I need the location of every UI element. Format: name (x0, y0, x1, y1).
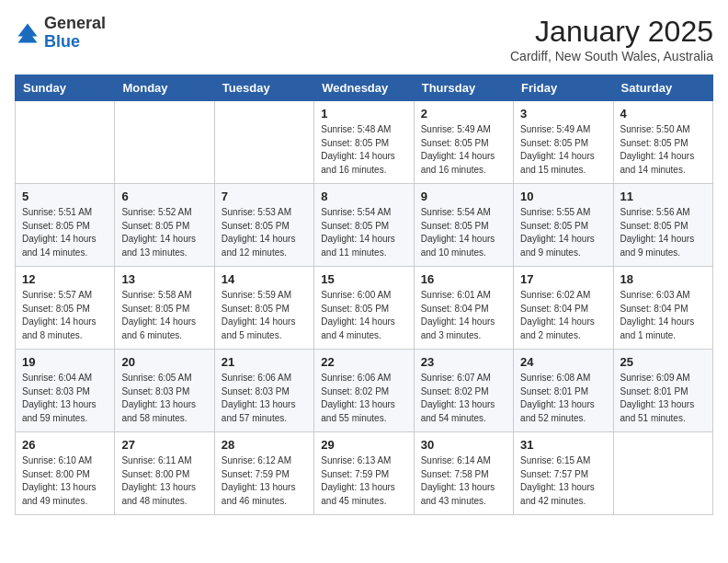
day-info: Sunrise: 6:13 AM Sunset: 7:59 PM Dayligh… (321, 454, 406, 508)
day-info: Sunrise: 6:14 AM Sunset: 7:58 PM Dayligh… (421, 454, 506, 508)
day-info: Sunrise: 5:48 AM Sunset: 8:05 PM Dayligh… (321, 123, 406, 177)
week-row-2: 5Sunrise: 5:51 AM Sunset: 8:05 PM Daylig… (16, 184, 713, 267)
weekday-header-thursday: Thursday (414, 75, 513, 101)
day-number: 2 (421, 107, 506, 121)
week-row-3: 12Sunrise: 5:57 AM Sunset: 8:05 PM Dayli… (16, 267, 713, 350)
day-info: Sunrise: 6:00 AM Sunset: 8:05 PM Dayligh… (321, 289, 406, 342)
day-number: 25 (620, 355, 706, 369)
calendar-cell: 4Sunrise: 5:50 AM Sunset: 8:05 PM Daylig… (613, 101, 712, 184)
day-number: 16 (421, 272, 506, 286)
calendar-cell: 22Sunrise: 6:06 AM Sunset: 8:02 PM Dayli… (314, 350, 414, 432)
title-block: January 2025 Cardiff, New South Wales, A… (510, 15, 713, 63)
logo: General Blue (15, 15, 106, 52)
day-number: 9 (421, 190, 506, 203)
day-info: Sunrise: 5:54 AM Sunset: 8:05 PM Dayligh… (321, 206, 406, 259)
calendar-cell: 18Sunrise: 6:03 AM Sunset: 8:04 PM Dayli… (613, 267, 712, 350)
calendar-cell: 15Sunrise: 6:00 AM Sunset: 8:05 PM Dayli… (314, 267, 414, 350)
day-info: Sunrise: 5:51 AM Sunset: 8:05 PM Dayligh… (22, 206, 108, 259)
day-info: Sunrise: 6:11 AM Sunset: 8:00 PM Dayligh… (121, 454, 207, 508)
day-info: Sunrise: 5:53 AM Sunset: 8:05 PM Dayligh… (222, 206, 307, 259)
calendar-cell: 31Sunrise: 6:15 AM Sunset: 7:57 PM Dayli… (514, 432, 613, 515)
page-header: General Blue January 2025 Cardiff, New S… (15, 15, 713, 63)
day-number: 22 (321, 355, 406, 369)
day-info: Sunrise: 5:58 AM Sunset: 8:05 PM Dayligh… (121, 289, 207, 342)
day-number: 23 (421, 355, 506, 369)
calendar-cell: 8Sunrise: 5:54 AM Sunset: 8:05 PM Daylig… (314, 184, 414, 267)
week-row-5: 26Sunrise: 6:10 AM Sunset: 8:00 PM Dayli… (16, 432, 713, 515)
day-info: Sunrise: 5:55 AM Sunset: 8:05 PM Dayligh… (520, 206, 606, 259)
calendar-cell: 17Sunrise: 6:02 AM Sunset: 8:04 PM Dayli… (514, 267, 613, 350)
day-number: 4 (620, 107, 706, 121)
logo-blue: Blue (44, 32, 80, 51)
day-number: 7 (222, 190, 307, 203)
calendar-cell: 29Sunrise: 6:13 AM Sunset: 7:59 PM Dayli… (314, 432, 414, 515)
day-info: Sunrise: 6:08 AM Sunset: 8:01 PM Dayligh… (520, 372, 606, 425)
day-number: 29 (321, 438, 406, 452)
calendar-cell: 10Sunrise: 5:55 AM Sunset: 8:05 PM Dayli… (514, 184, 613, 267)
day-number: 10 (520, 190, 606, 203)
day-number: 8 (321, 190, 406, 203)
calendar-cell (16, 101, 115, 184)
day-number: 28 (222, 438, 307, 452)
weekday-header-row: SundayMondayTuesdayWednesdayThursdayFrid… (16, 75, 713, 101)
day-info: Sunrise: 6:10 AM Sunset: 8:00 PM Dayligh… (22, 454, 108, 508)
day-info: Sunrise: 5:52 AM Sunset: 8:05 PM Dayligh… (121, 206, 207, 259)
weekday-header-tuesday: Tuesday (214, 75, 313, 101)
day-info: Sunrise: 6:05 AM Sunset: 8:03 PM Dayligh… (121, 372, 207, 425)
calendar-cell: 30Sunrise: 6:14 AM Sunset: 7:58 PM Dayli… (414, 432, 513, 515)
day-info: Sunrise: 6:15 AM Sunset: 7:57 PM Dayligh… (520, 454, 606, 508)
calendar-cell: 20Sunrise: 6:05 AM Sunset: 8:03 PM Dayli… (115, 350, 214, 432)
day-info: Sunrise: 6:03 AM Sunset: 8:04 PM Dayligh… (620, 289, 706, 342)
day-number: 3 (520, 107, 606, 121)
logo-general: General (44, 14, 106, 32)
calendar-cell: 28Sunrise: 6:12 AM Sunset: 7:59 PM Dayli… (214, 432, 313, 515)
day-info: Sunrise: 5:49 AM Sunset: 8:05 PM Dayligh… (520, 123, 606, 177)
day-info: Sunrise: 5:54 AM Sunset: 8:05 PM Dayligh… (421, 206, 506, 259)
calendar-cell: 7Sunrise: 5:53 AM Sunset: 8:05 PM Daylig… (214, 184, 313, 267)
weekday-header-saturday: Saturday (613, 75, 712, 101)
day-number: 1 (321, 107, 406, 121)
calendar-cell: 5Sunrise: 5:51 AM Sunset: 8:05 PM Daylig… (16, 184, 115, 267)
day-info: Sunrise: 5:50 AM Sunset: 8:05 PM Dayligh… (620, 123, 706, 177)
calendar-table: SundayMondayTuesdayWednesdayThursdayFrid… (15, 75, 713, 515)
day-number: 11 (620, 190, 706, 203)
calendar-cell: 13Sunrise: 5:58 AM Sunset: 8:05 PM Dayli… (115, 267, 214, 350)
day-info: Sunrise: 6:01 AM Sunset: 8:04 PM Dayligh… (421, 289, 506, 342)
day-number: 13 (121, 272, 207, 286)
day-info: Sunrise: 5:57 AM Sunset: 8:05 PM Dayligh… (22, 289, 108, 342)
day-info: Sunrise: 5:56 AM Sunset: 8:05 PM Dayligh… (620, 206, 706, 259)
weekday-header-monday: Monday (115, 75, 214, 101)
day-number: 14 (222, 272, 307, 286)
weekday-header-friday: Friday (514, 75, 613, 101)
day-info: Sunrise: 6:04 AM Sunset: 8:03 PM Dayligh… (22, 372, 108, 425)
calendar-cell (115, 101, 214, 184)
day-number: 21 (222, 355, 307, 369)
calendar-cell: 27Sunrise: 6:11 AM Sunset: 8:00 PM Dayli… (115, 432, 214, 515)
location: Cardiff, New South Wales, Australia (510, 49, 713, 63)
calendar-cell: 21Sunrise: 6:06 AM Sunset: 8:03 PM Dayli… (214, 350, 313, 432)
calendar-cell: 25Sunrise: 6:09 AM Sunset: 8:01 PM Dayli… (613, 350, 712, 432)
svg-marker-0 (18, 23, 38, 42)
calendar-cell: 9Sunrise: 5:54 AM Sunset: 8:05 PM Daylig… (414, 184, 513, 267)
calendar-cell: 16Sunrise: 6:01 AM Sunset: 8:04 PM Dayli… (414, 267, 513, 350)
calendar-cell: 11Sunrise: 5:56 AM Sunset: 8:05 PM Dayli… (613, 184, 712, 267)
day-number: 19 (22, 355, 108, 369)
week-row-4: 19Sunrise: 6:04 AM Sunset: 8:03 PM Dayli… (16, 350, 713, 432)
day-number: 31 (520, 438, 606, 452)
calendar-cell (613, 432, 712, 515)
logo-text: General Blue (44, 15, 106, 52)
day-info: Sunrise: 5:49 AM Sunset: 8:05 PM Dayligh… (421, 123, 506, 177)
day-number: 20 (121, 355, 207, 369)
day-info: Sunrise: 6:07 AM Sunset: 8:02 PM Dayligh… (421, 372, 506, 425)
day-info: Sunrise: 5:59 AM Sunset: 8:05 PM Dayligh… (222, 289, 307, 342)
day-number: 15 (321, 272, 406, 286)
week-row-1: 1Sunrise: 5:48 AM Sunset: 8:05 PM Daylig… (16, 101, 713, 184)
calendar-cell: 3Sunrise: 5:49 AM Sunset: 8:05 PM Daylig… (514, 101, 613, 184)
calendar-cell: 1Sunrise: 5:48 AM Sunset: 8:05 PM Daylig… (314, 101, 414, 184)
calendar-cell: 26Sunrise: 6:10 AM Sunset: 8:00 PM Dayli… (16, 432, 115, 515)
day-info: Sunrise: 6:06 AM Sunset: 8:03 PM Dayligh… (222, 372, 307, 425)
day-number: 17 (520, 272, 606, 286)
calendar-cell: 14Sunrise: 5:59 AM Sunset: 8:05 PM Dayli… (214, 267, 313, 350)
day-info: Sunrise: 6:12 AM Sunset: 7:59 PM Dayligh… (222, 454, 307, 508)
calendar-cell (214, 101, 313, 184)
